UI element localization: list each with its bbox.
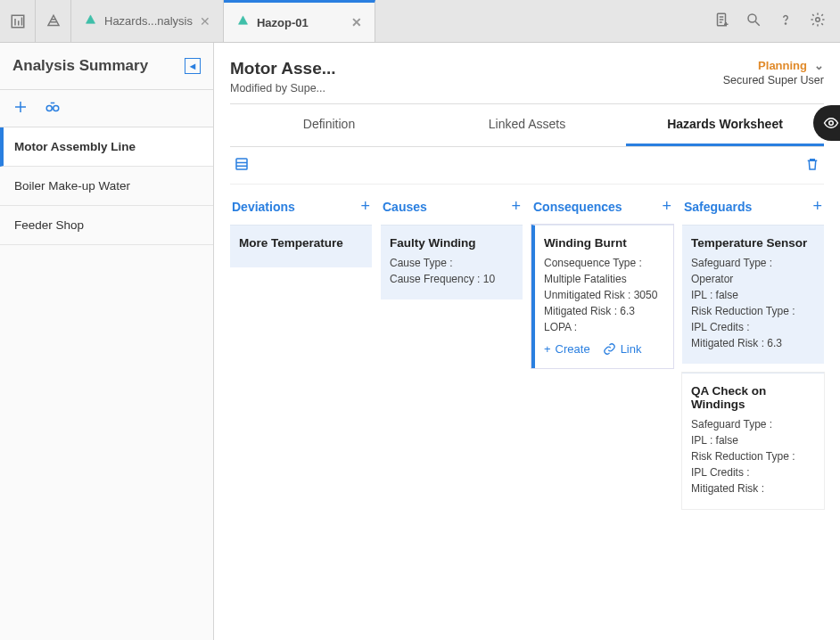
card-title: Faulty Winding [390, 236, 514, 250]
main-header: Motor Asse... Modified by Supe... Planni… [230, 59, 824, 104]
tab-hazards-worksheet[interactable]: Hazards Worksheet [626, 104, 824, 146]
card-row: Cause Frequency : 10 [390, 271, 514, 287]
add-deviation-icon[interactable]: + [360, 197, 370, 216]
create-label: Create [556, 342, 590, 356]
sidebar-item-feeder[interactable]: Feeder Shop [0, 206, 213, 245]
card-row: Consequence Type : Multiple Fatalities [544, 255, 664, 287]
hazard-icon [236, 14, 250, 30]
tab-linked-assets[interactable]: Linked Assets [428, 104, 626, 146]
card-row: Cause Type : [390, 255, 514, 271]
sidebar-list: Motor Assembly Line Boiler Make-up Water… [0, 127, 213, 245]
col-deviations: Deviations + More Temperature [230, 192, 372, 518]
main-title-block: Motor Asse... Modified by Supe... [230, 59, 336, 94]
sidebar-actions [0, 90, 213, 127]
col-title: Consequences [533, 200, 622, 214]
sidebar-item-boiler[interactable]: Boiler Make-up Water [0, 167, 213, 206]
add-safeguard-icon[interactable]: + [812, 197, 822, 216]
help-icon[interactable] [778, 12, 794, 30]
grid-icon[interactable] [234, 156, 250, 175]
topbar-right [699, 0, 840, 42]
page-title: Motor Asse... [230, 59, 336, 78]
svg-point-23 [829, 121, 834, 126]
sidebar: Analysis Summary ◂ Motor Assembly Line B… [0, 43, 214, 640]
tab-hazards-analysis[interactable]: Hazards...nalysis ✕ [71, 0, 224, 42]
card-title: Winding Burnt [544, 236, 664, 250]
app-topbar: Hazards...nalysis ✕ Hazop-01 ✕ [0, 0, 840, 43]
card-title: More Temperature [239, 236, 363, 250]
col-title: Deviations [232, 200, 295, 214]
tab-hazop-01[interactable]: Hazop-01 ✕ [224, 0, 375, 42]
hazard-icon [84, 13, 97, 29]
card-row: IPL Credits : [691, 464, 815, 480]
add-consequence-icon[interactable]: + [662, 197, 671, 216]
card-row: Safeguard Type : Operator [691, 255, 815, 287]
link-label: Link [621, 342, 642, 356]
sidebar-item-label: Motor Assembly Line [14, 140, 136, 153]
svg-point-15 [816, 18, 820, 22]
col-consequences: Consequences + Winding Burnt Consequence… [531, 192, 673, 518]
card-row: IPL : false [691, 432, 815, 448]
link-lopa-button[interactable]: Link [603, 342, 642, 356]
plus-icon: + [544, 342, 551, 356]
cause-card[interactable]: Faulty Winding Cause Type : Cause Freque… [381, 225, 523, 299]
deviation-card[interactable]: More Temperature [230, 225, 372, 267]
worksheet-toolbar [230, 147, 824, 185]
card-row: Mitigated Risk : 6.3 [544, 303, 664, 319]
card-row: Mitigated Risk : [691, 480, 815, 496]
main-panel: Motor Asse... Modified by Supe... Planni… [214, 43, 840, 640]
card-title: QA Check on Windings [691, 384, 815, 411]
status-user: Secured Super User [723, 74, 824, 86]
sidebar-item-label: Feeder Shop [14, 218, 84, 232]
gear-icon[interactable] [810, 12, 826, 30]
svg-point-18 [46, 106, 52, 111]
svg-point-19 [54, 106, 59, 111]
subtabs: Definition Linked Assets Hazards Workshe… [230, 104, 824, 147]
safeguard-card[interactable]: Temperature Sensor Safeguard Type : Oper… [682, 225, 824, 364]
dashboard-icon[interactable] [0, 0, 36, 42]
card-row: Safeguard Type : [691, 416, 815, 432]
add-icon[interactable] [12, 99, 29, 118]
collapse-sidebar-icon[interactable]: ◂ [185, 58, 201, 74]
binoculars-icon[interactable] [45, 99, 61, 118]
sidebar-item-motor[interactable]: Motor Assembly Line [0, 127, 213, 167]
worksheet-columns: Deviations + More Temperature Causes + F… [230, 192, 824, 518]
card-row: IPL Credits : [691, 319, 815, 335]
consequence-card[interactable]: Winding Burnt Consequence Type : Multipl… [531, 225, 673, 368]
trash-icon[interactable] [804, 156, 820, 175]
status-label: Planning [758, 59, 807, 72]
svg-rect-20 [236, 159, 247, 169]
col-header-deviations: Deviations + [230, 192, 372, 225]
card-title: Temperature Sensor [691, 236, 815, 250]
tab-definition[interactable]: Definition [230, 104, 428, 146]
col-title: Safeguards [684, 200, 752, 214]
close-icon[interactable]: ✕ [200, 14, 210, 29]
card-row: Risk Reduction Type : [691, 303, 815, 319]
status-block: Planning ⌄ Secured Super User [723, 59, 824, 94]
col-header-consequences: Consequences + [531, 192, 673, 225]
card-actions: + Create Link [544, 342, 664, 356]
sidebar-header: Analysis Summary ◂ [0, 43, 213, 90]
close-icon[interactable]: ✕ [351, 15, 362, 29]
tab-label: Hazards...nalysis [104, 14, 193, 28]
status-dropdown[interactable]: Planning ⌄ [758, 59, 824, 72]
link-icon [603, 342, 616, 356]
topbar-left [0, 0, 71, 42]
main-layout: Analysis Summary ◂ Motor Assembly Line B… [0, 43, 840, 640]
col-header-causes: Causes + [381, 192, 523, 225]
search-icon[interactable] [745, 12, 762, 30]
col-causes: Causes + Faulty Winding Cause Type : Cau… [381, 192, 523, 518]
add-cause-icon[interactable]: + [511, 197, 521, 216]
tab-label: Hazop-01 [257, 16, 309, 29]
safeguard-card[interactable]: QA Check on Windings Safeguard Type : IP… [682, 373, 824, 509]
svg-point-12 [748, 14, 756, 22]
clipboard-icon[interactable] [713, 12, 729, 30]
sidebar-item-label: Boiler Make-up Water [14, 179, 130, 193]
col-title: Causes [383, 200, 427, 214]
card-row: IPL : false [691, 287, 815, 303]
create-lopa-button[interactable]: + Create [544, 342, 590, 356]
col-safeguards: Safeguards + Temperature Sensor Safeguar… [682, 192, 824, 518]
col-header-safeguards: Safeguards + [682, 192, 824, 225]
chevron-down-icon: ⌄ [814, 59, 824, 72]
card-row: LOPA : [544, 319, 664, 335]
app-icon[interactable] [36, 0, 71, 42]
